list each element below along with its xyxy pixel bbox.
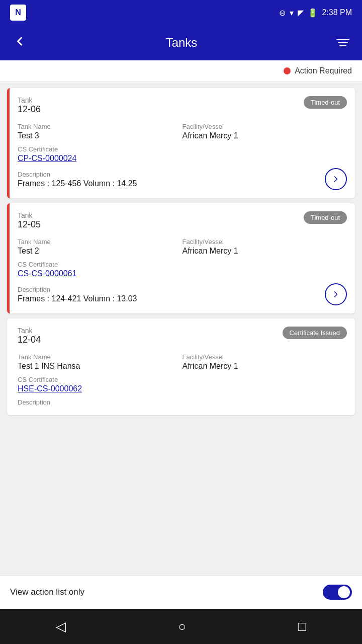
- app-logo: N: [10, 5, 26, 21]
- card-fields-1: Tank Name Test 3 Facility/Vessel African…: [18, 123, 347, 140]
- tank-label-3: Tank: [18, 327, 41, 335]
- filter-icon-line3: [339, 45, 346, 46]
- status-badge-1: Timed-out: [304, 96, 347, 109]
- tank-name-field-2: Tank Name Test 2: [18, 238, 183, 256]
- filter-button[interactable]: [334, 37, 352, 49]
- action-list-toggle[interactable]: [323, 585, 352, 600]
- tank-name-field-3: Tank Name Test 1 INS Hansa: [18, 353, 183, 371]
- facility-value-2: African Mercy 1: [183, 247, 347, 256]
- tank-name-label-1: Tank Name: [18, 123, 183, 130]
- status-badge-2: Timed-out: [304, 211, 347, 224]
- facility-label-1: Facility/Vessel: [183, 123, 347, 130]
- cs-cert-section-3: CS Certificate HSE-CS-0000062: [18, 376, 347, 393]
- tank-name-label-3: Tank Name: [18, 353, 183, 361]
- facility-label-2: Facility/Vessel: [183, 238, 347, 246]
- page-title: Tanks: [166, 36, 198, 50]
- cs-cert-link-2[interactable]: CS-CS-0000061: [18, 269, 76, 278]
- nav-back-button[interactable]: ◁: [46, 614, 76, 639]
- tank-number-2: 12-05: [18, 219, 41, 230]
- wifi-icon: ▾: [290, 8, 294, 18]
- do-not-disturb-icon: ⊖: [279, 8, 286, 18]
- bottom-toggle-bar: View action list only: [0, 575, 362, 609]
- cs-cert-link-3[interactable]: HSE-CS-0000062: [18, 384, 82, 393]
- card-fields-2: Tank Name Test 2 Facility/Vessel African…: [18, 238, 347, 256]
- facility-value-3: African Mercy 1: [183, 362, 347, 371]
- nav-recents-button[interactable]: □: [288, 614, 316, 639]
- tank-name-value-2: Test 2: [18, 247, 183, 256]
- action-required-bar: Action Required: [0, 60, 362, 82]
- desc-value-2: Frames : 124-421 Volumn : 13.03: [18, 294, 137, 303]
- tank-section-1: Tank 12-06: [18, 96, 41, 121]
- filter-icon-line2: [338, 42, 348, 43]
- desc-label-2: Description: [18, 286, 137, 293]
- status-bar: N ⊖ ▾ ◤ 🔋 2:38 PM: [0, 0, 362, 25]
- card-header-2: Tank 12-05 Timed-out: [18, 211, 347, 236]
- description-row-2: Description Frames : 124-421 Volumn : 13…: [18, 283, 347, 305]
- nav-bar: ◁ ○ □: [0, 609, 362, 644]
- facility-field-1: Facility/Vessel African Mercy 1: [183, 123, 347, 140]
- facility-value-1: African Mercy 1: [183, 131, 347, 140]
- cs-cert-section-2: CS Certificate CS-CS-0000061: [18, 261, 347, 278]
- filter-icon-line1: [336, 39, 349, 40]
- facility-field-2: Facility/Vessel African Mercy 1: [183, 238, 347, 256]
- tank-card-2: Tank 12-05 Timed-out Tank Name Test 2 Fa…: [7, 203, 355, 313]
- cs-cert-label-3: CS Certificate: [18, 376, 347, 383]
- tank-name-label-2: Tank Name: [18, 238, 183, 246]
- app-header: Tanks: [0, 25, 362, 60]
- cs-cert-label-1: CS Certificate: [18, 145, 347, 153]
- status-bar-right: ⊖ ▾ ◤ 🔋 2:38 PM: [279, 8, 352, 18]
- card-header-3: Tank 12-04 Certificate Issued: [18, 327, 347, 351]
- desc-label-1: Description: [18, 171, 137, 178]
- status-time: 2:38 PM: [322, 8, 352, 17]
- app-logo-letter: N: [15, 8, 21, 17]
- detail-button-2[interactable]: [325, 283, 347, 305]
- desc-value-1: Frames : 125-456 Volumn : 14.25: [18, 179, 137, 188]
- desc-label-3: Description: [18, 398, 50, 406]
- tank-label-2: Tank: [18, 211, 41, 219]
- facility-label-3: Facility/Vessel: [183, 353, 347, 361]
- tank-label-1: Tank: [18, 96, 41, 104]
- action-required-dot: [284, 67, 291, 74]
- cs-cert-section-1: CS Certificate CP-CS-0000024: [18, 145, 347, 163]
- tank-card-3: Tank 12-04 Certificate Issued Tank Name …: [7, 318, 355, 415]
- battery-icon: 🔋: [308, 8, 318, 18]
- status-badge-3: Certificate Issued: [283, 327, 347, 339]
- card-fields-3: Tank Name Test 1 INS Hansa Facility/Vess…: [18, 353, 347, 371]
- cs-cert-label-2: CS Certificate: [18, 261, 347, 268]
- tank-number-3: 12-04: [18, 335, 41, 345]
- description-section-2: Description Frames : 124-421 Volumn : 13…: [18, 286, 137, 303]
- tank-section-3: Tank 12-04: [18, 327, 41, 351]
- description-row-3: Description: [18, 398, 347, 407]
- main-content: Tank 12-06 Timed-out Tank Name Test 3 Fa…: [0, 82, 362, 575]
- action-required-label: Action Required: [295, 66, 352, 75]
- signal-icon: ◤: [298, 8, 304, 18]
- facility-field-3: Facility/Vessel African Mercy 1: [183, 353, 347, 371]
- card-header-1: Tank 12-06 Timed-out: [18, 96, 347, 121]
- tank-card-1: Tank 12-06 Timed-out Tank Name Test 3 Fa…: [7, 88, 355, 198]
- tank-name-field-1: Tank Name Test 3: [18, 123, 183, 140]
- nav-home-button[interactable]: ○: [168, 614, 196, 639]
- toggle-slider: [323, 585, 352, 600]
- description-section-1: Description Frames : 125-456 Volumn : 14…: [18, 171, 137, 188]
- tank-name-value-3: Test 1 INS Hansa: [18, 362, 183, 371]
- detail-button-1[interactable]: [325, 168, 347, 190]
- status-bar-left: N: [10, 5, 26, 21]
- description-row-1: Description Frames : 125-456 Volumn : 14…: [18, 168, 347, 190]
- tank-section-2: Tank 12-05: [18, 211, 41, 236]
- cs-cert-link-1[interactable]: CP-CS-0000024: [18, 154, 76, 163]
- tank-name-value-1: Test 3: [18, 131, 183, 140]
- toggle-label: View action list only: [10, 587, 84, 597]
- tank-number-1: 12-06: [18, 104, 41, 115]
- description-section-3: Description: [18, 398, 50, 407]
- back-button[interactable]: [10, 32, 29, 54]
